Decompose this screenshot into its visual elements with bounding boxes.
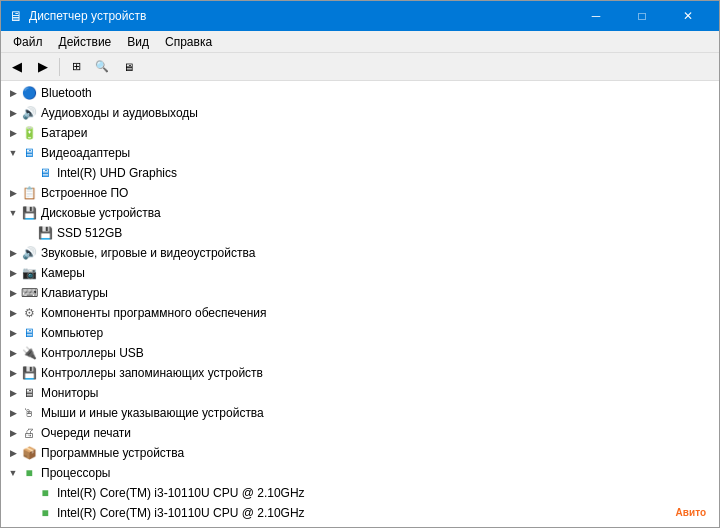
no-expand-proc3 (21, 525, 37, 527)
tree-item-ssd[interactable]: 💾 SSD 512GB (1, 223, 719, 243)
no-expand-proc1 (21, 485, 37, 501)
maximize-button[interactable]: □ (619, 1, 665, 31)
expand-usb[interactable]: ▶ (5, 345, 21, 361)
tree-item-proc-2[interactable]: ■ Intel(R) Core(TM) i3-10110U CPU @ 2.10… (1, 503, 719, 523)
print-icon: 🖨 (21, 425, 37, 441)
expand-storage[interactable]: ▶ (5, 365, 21, 381)
expand-keyboard[interactable]: ▶ (5, 285, 21, 301)
device-manager-window: 🖥 Диспетчер устройств ─ □ ✕ Файл Действи… (0, 0, 720, 528)
proc3-icon: ■ (37, 525, 53, 527)
sound-label: Звуковые, игровые и видеоустройства (41, 246, 255, 260)
tree-item-keyboard[interactable]: ▶ ⌨ Клавиатуры (1, 283, 719, 303)
proc1-icon: ■ (37, 485, 53, 501)
processor-label: Процессоры (41, 466, 111, 480)
proc1-label: Intel(R) Core(TM) i3-10110U CPU @ 2.10GH… (57, 486, 305, 500)
expand-processor[interactable]: ▼ (5, 465, 21, 481)
tree-item-embedded[interactable]: ▶ 📋 Встроенное ПО (1, 183, 719, 203)
software-label: Программные устройства (41, 446, 184, 460)
expand-print[interactable]: ▶ (5, 425, 21, 441)
computer-label: Компьютер (41, 326, 103, 340)
expand-battery[interactable]: ▶ (5, 125, 21, 141)
expand-sound[interactable]: ▶ (5, 245, 21, 261)
expand-software[interactable]: ▶ (5, 445, 21, 461)
menu-help[interactable]: Справка (157, 33, 220, 51)
intel-graphics-label: Intel(R) UHD Graphics (57, 166, 177, 180)
tree-item-intel-graphics[interactable]: 🖥 Intel(R) UHD Graphics (1, 163, 719, 183)
expand-disk[interactable]: ▼ (5, 205, 21, 221)
tree-item-monitor[interactable]: ▶ 🖥 Мониторы (1, 383, 719, 403)
usb-icon: 🔌 (21, 345, 37, 361)
menu-bar: Файл Действие Вид Справка (1, 31, 719, 53)
tree-item-usb[interactable]: ▶ 🔌 Контроллеры USB (1, 343, 719, 363)
tree-item-battery[interactable]: ▶ 🔋 Батареи (1, 123, 719, 143)
expand-audio[interactable]: ▶ (5, 105, 21, 121)
tree-item-proc-3[interactable]: ■ Intel(R) Core(TM) i3-10110U CPU @ 2.10… (1, 523, 719, 527)
expand-computer[interactable]: ▶ (5, 325, 21, 341)
content-area: ▶ 🔵 Bluetooth ▶ 🔊 Аудиовходы и аудиовыхо… (1, 81, 719, 527)
camera-icon: 📷 (21, 265, 37, 281)
tree-item-audio[interactable]: ▶ 🔊 Аудиовходы и аудиовыходы (1, 103, 719, 123)
software-icon: 📦 (21, 445, 37, 461)
expand-camera[interactable]: ▶ (5, 265, 21, 281)
mouse-icon: 🖱 (21, 405, 37, 421)
expand-embedded[interactable]: ▶ (5, 185, 21, 201)
tree-item-mouse[interactable]: ▶ 🖱 Мыши и иные указывающие устройства (1, 403, 719, 423)
mouse-label: Мыши и иные указывающие устройства (41, 406, 264, 420)
graphics-icon: 🖥 (37, 165, 53, 181)
tree-item-processor[interactable]: ▼ ■ Процессоры (1, 463, 719, 483)
bluetooth-label: Bluetooth (41, 86, 92, 100)
expand-component[interactable]: ▶ (5, 305, 21, 321)
proc3-label: Intel(R) Core(TM) i3-10110U CPU @ 2.10GH… (57, 526, 305, 527)
tree-item-proc-1[interactable]: ■ Intel(R) Core(TM) i3-10110U CPU @ 2.10… (1, 483, 719, 503)
processor-icon: ■ (21, 465, 37, 481)
toolbar-back-button[interactable]: ◀ (5, 56, 29, 78)
close-button[interactable]: ✕ (665, 1, 711, 31)
expand-monitor[interactable]: ▶ (5, 385, 21, 401)
component-label: Компоненты программного обеспечения (41, 306, 267, 320)
audio-icon: 🔊 (21, 105, 37, 121)
title-bar-left: 🖥 Диспетчер устройств (9, 8, 146, 24)
tree-item-computer[interactable]: ▶ 🖥 Компьютер (1, 323, 719, 343)
tree-item-print[interactable]: ▶ 🖨 Очереди печати (1, 423, 719, 443)
component-icon: ⚙ (21, 305, 37, 321)
expand-mouse[interactable]: ▶ (5, 405, 21, 421)
toolbar-display-button[interactable]: 🖥 (116, 56, 140, 78)
minimize-button[interactable]: ─ (573, 1, 619, 31)
bluetooth-icon: 🔵 (21, 85, 37, 101)
battery-label: Батареи (41, 126, 87, 140)
disk-label: Дисковые устройства (41, 206, 161, 220)
window-icon: 🖥 (9, 8, 23, 24)
proc2-label: Intel(R) Core(TM) i3-10110U CPU @ 2.10GH… (57, 506, 305, 520)
tree-item-display[interactable]: ▼ 🖥 Видеоадаптеры (1, 143, 719, 163)
toolbar-scan-button[interactable]: 🔍 (90, 56, 114, 78)
menu-action[interactable]: Действие (51, 33, 120, 51)
window-title: Диспетчер устройств (29, 9, 146, 23)
tree-item-component[interactable]: ▶ ⚙ Компоненты программного обеспечения (1, 303, 719, 323)
title-bar: 🖥 Диспетчер устройств ─ □ ✕ (1, 1, 719, 31)
tree-item-storage[interactable]: ▶ 💾 Контроллеры запоминающих устройств (1, 363, 719, 383)
battery-icon: 🔋 (21, 125, 37, 141)
toolbar: ◀ ▶ ⊞ 🔍 🖥 (1, 53, 719, 81)
tree-item-sound[interactable]: ▶ 🔊 Звуковые, игровые и видеоустройства (1, 243, 719, 263)
device-tree[interactable]: ▶ 🔵 Bluetooth ▶ 🔊 Аудиовходы и аудиовыхо… (1, 81, 719, 527)
toolbar-forward-button[interactable]: ▶ (31, 56, 55, 78)
tree-item-camera[interactable]: ▶ 📷 Камеры (1, 263, 719, 283)
tree-item-software[interactable]: ▶ 📦 Программные устройства (1, 443, 719, 463)
computer-icon: 🖥 (21, 325, 37, 341)
expand-bluetooth[interactable]: ▶ (5, 85, 21, 101)
menu-file[interactable]: Файл (5, 33, 51, 51)
toolbar-properties-button[interactable]: ⊞ (64, 56, 88, 78)
ssd-icon: 💾 (37, 225, 53, 241)
tree-item-bluetooth[interactable]: ▶ 🔵 Bluetooth (1, 83, 719, 103)
proc2-icon: ■ (37, 505, 53, 521)
display-icon: 🖥 (21, 145, 37, 161)
monitor-icon: 🖥 (21, 385, 37, 401)
storage-icon: 💾 (21, 365, 37, 381)
toolbar-separator-1 (59, 58, 60, 76)
tree-item-disk[interactable]: ▼ 💾 Дисковые устройства (1, 203, 719, 223)
print-label: Очереди печати (41, 426, 131, 440)
expand-display[interactable]: ▼ (5, 145, 21, 161)
menu-view[interactable]: Вид (119, 33, 157, 51)
monitor-label: Мониторы (41, 386, 98, 400)
storage-label: Контроллеры запоминающих устройств (41, 366, 263, 380)
